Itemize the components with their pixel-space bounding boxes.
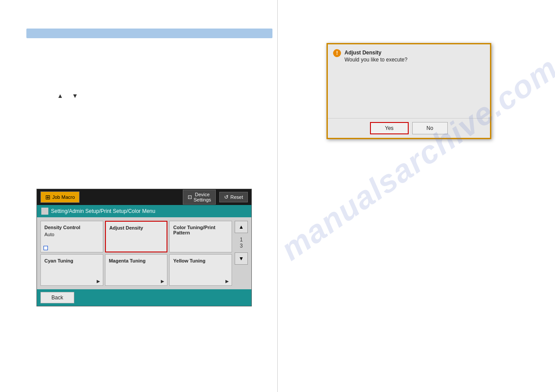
breadcrumb-bar: Setting/Admin Setup/Print Setup/Color Me… (37, 205, 251, 217)
menu-item-color-tuning[interactable]: Color Tuning/Print Pattern (169, 221, 232, 252)
reset-label: Reset (230, 194, 243, 200)
arrow-down-icon[interactable]: ▼ (72, 92, 78, 99)
scroll-up-button[interactable]: ▲ (235, 221, 248, 233)
back-bar: Back (37, 289, 251, 306)
left-panel: ▲ ▼ ⊞ Job Macro ⊡ DeviceSettings ↺ Reset… (0, 0, 277, 392)
yellow-tuning-label: Yellow Tuning (173, 258, 228, 263)
dialog-no-button[interactable]: No (412, 122, 448, 134)
printer-ui-panel: ⊞ Job Macro ⊡ DeviceSettings ↺ Reset Set… (36, 189, 252, 306)
dialog-body (328, 65, 490, 118)
density-control-checkbox (44, 246, 48, 250)
menu-item-yellow-tuning[interactable]: Yellow Tuning ▶ (169, 254, 232, 286)
dialog-title: Adjust Density (345, 49, 407, 57)
scroll-down-button[interactable]: ▼ (235, 252, 248, 265)
dialog-subtitle: Would you like to execute? (345, 57, 407, 63)
color-tuning-label: Color Tuning/Print Pattern (173, 225, 228, 235)
yellow-tuning-arrow-icon: ▶ (225, 279, 229, 284)
menu-items-area: Density Control Auto Adjust Density Colo… (40, 221, 232, 286)
right-panel: ! Adjust Density Would you like to execu… (277, 0, 555, 392)
menu-item-adjust-density[interactable]: Adjust Density (105, 221, 168, 252)
dialog-warning-icon: ! (333, 49, 341, 57)
back-button[interactable]: Back (40, 292, 74, 303)
dialog-yes-button[interactable]: Yes (370, 122, 409, 134)
device-settings-icon: ⊡ (188, 194, 192, 200)
adjust-density-dialog: ! Adjust Density Would you like to execu… (326, 43, 491, 139)
breadcrumb-text: Setting/Admin Setup/Print Setup/Color Me… (51, 208, 155, 214)
cyan-tuning-label: Cyan Tuning (44, 258, 99, 263)
device-settings-label: DeviceSettings (194, 192, 211, 202)
menu-item-cyan-tuning[interactable]: Cyan Tuning ▶ (40, 254, 103, 286)
dialog-footer: Yes No (328, 118, 490, 138)
page-indicator: 1 3 (240, 237, 243, 249)
menu-item-magenta-tuning[interactable]: Magenta Tuning ▶ (105, 254, 168, 286)
header-bar (26, 29, 272, 38)
dialog-header: ! Adjust Density Would you like to execu… (328, 44, 490, 65)
magenta-tuning-label: Magenta Tuning (109, 258, 164, 263)
job-macro-button[interactable]: ⊞ Job Macro (40, 191, 80, 203)
breadcrumb-icon (41, 208, 48, 215)
scroll-buttons: ▲ 1 3 ▼ (235, 221, 248, 286)
density-control-label: Density Control (44, 225, 99, 230)
job-macro-icon: ⊞ (45, 194, 51, 201)
reset-icon: ↺ (224, 194, 229, 200)
reset-button[interactable]: ↺ Reset (219, 192, 248, 202)
density-control-value: Auto (44, 232, 99, 237)
arrows-area: ▲ ▼ (57, 92, 78, 99)
menu-grid: Density Control Auto Adjust Density Colo… (37, 217, 251, 289)
cyan-tuning-arrow-icon: ▶ (97, 279, 100, 284)
adjust-density-label: Adjust Density (109, 225, 163, 230)
device-settings-button[interactable]: ⊡ DeviceSettings (183, 190, 216, 205)
arrow-up-icon[interactable]: ▲ (57, 92, 63, 99)
dialog-titles: Adjust Density Would you like to execute… (345, 49, 407, 63)
printer-titlebar: ⊞ Job Macro ⊡ DeviceSettings ↺ Reset (37, 189, 251, 205)
job-macro-label: Job Macro (52, 194, 75, 200)
menu-item-density-control[interactable]: Density Control Auto (40, 221, 103, 252)
magenta-tuning-arrow-icon: ▶ (161, 279, 164, 284)
